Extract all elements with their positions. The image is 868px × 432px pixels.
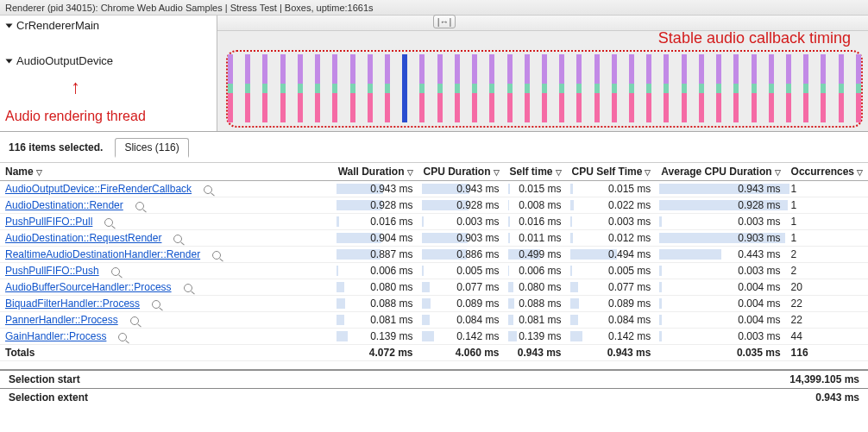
magnify-icon[interactable] [204,185,212,194]
callback-bar [594,54,600,122]
slice-link[interactable]: GainHandler::Process [5,330,106,342]
slice-link[interactable]: PannerHandler::Process [5,314,118,326]
selection-extent-label: Selection extent [9,391,815,404]
cell: 0.016 ms [333,214,418,230]
cell-occ: 1 [786,197,868,214]
callback-bar [507,54,513,122]
callback-bar [664,54,669,122]
table-row[interactable]: AudioOutputDevice::FireRenderCallback0.9… [0,181,868,197]
cell: 0.928 ms [656,197,785,214]
tab-slices[interactable]: Slices (116) [115,138,188,158]
col-wall[interactable]: Wall Duration▽ [333,163,418,181]
slices-table: Name▽ Wall Duration▽ CPU Duration▽ Self … [0,163,868,361]
magnify-icon[interactable] [118,333,127,341]
col-occ[interactable]: Occurrences▽ [786,163,868,181]
cell: 0.003 ms [418,214,505,230]
track-row-audio[interactable]: AudioOutputDevice [0,51,217,71]
cell: 0.003 ms [656,214,785,230]
slice-link[interactable]: BiquadFilterHandler::Process [5,297,140,310]
col-self[interactable]: Self time▽ [505,163,567,181]
callback-bar [752,54,757,122]
cell-name: PushPullFIFO::Push [0,263,333,279]
callback-bar [472,54,477,122]
table-row[interactable]: PannerHandler::Process0.081 ms0.084 ms0.… [0,312,868,329]
table-row[interactable]: AudioBufferSourceHandler::Process0.080 m… [0,279,868,296]
caret-icon [6,59,13,63]
footer-start: Selection start 14,399.105 ms [0,370,868,388]
cell: 0.088 ms [333,296,418,312]
cell: 0.904 ms [333,230,418,247]
magnify-icon[interactable] [212,251,221,260]
callback-annotation: Stable audio callback timing [658,29,851,47]
callback-bar [542,54,547,122]
cell: 0.081 ms [505,312,567,329]
cell-occ: 20 [786,279,868,296]
timeline-panel: CrRendererMain AudioOutputDevice ↑ Audio… [0,16,868,132]
table-row[interactable]: PushPullFIFO::Pull0.016 ms0.003 ms0.016 … [0,214,868,230]
magnify-icon[interactable] [111,267,120,276]
cell: 0.943 ms [656,181,785,197]
magnify-icon[interactable] [135,202,144,210]
slice-link[interactable]: AudioBufferSourceHandler::Process [5,281,172,293]
table-row[interactable]: GainHandler::Process0.139 ms0.142 ms0.13… [0,329,868,345]
cell: 0.088 ms [505,296,567,312]
cell: 0.077 ms [418,279,505,296]
magnify-icon[interactable] [130,316,139,325]
col-cpu[interactable]: CPU Duration▽ [418,163,505,181]
cell: 0.080 ms [505,279,567,296]
slice-link[interactable]: RealtimeAudioDestinationHandler::Render [5,248,200,260]
col-cpuself[interactable]: CPU Self Time▽ [567,163,657,181]
callback-bar [368,54,373,122]
cell-name: AudioBufferSourceHandler::Process [0,279,333,296]
table-row[interactable]: RealtimeAudioDestinationHandler::Render0… [0,247,868,263]
cell: 0.142 ms [418,329,505,345]
slice-link[interactable]: AudioOutputDevice::FireRenderCallback [5,183,192,195]
cell: 0.015 ms [567,181,657,197]
magnify-icon[interactable] [152,300,160,309]
cell: 0.928 ms [333,197,418,214]
slice-link[interactable]: AudioDestination::Render [5,199,123,211]
slice-link[interactable]: PushPullFIFO::Pull [5,216,92,228]
callback-bar [699,54,704,122]
callback-bar [437,54,443,122]
caret-icon [6,23,13,28]
cell: 0.005 ms [567,263,657,279]
callback-bar [489,54,494,122]
cell-occ: 22 [786,296,868,312]
cell: 0.077 ms [567,279,657,296]
callback-bar [803,54,808,122]
cell: 0.139 ms [505,329,567,345]
table-row[interactable]: AudioDestination::Render0.928 ms0.928 ms… [0,197,868,214]
timeline-marker-button[interactable]: |↔| [433,15,456,28]
cell: 0.499 ms [505,247,567,263]
magnify-icon[interactable] [173,235,182,243]
table-row[interactable]: AudioDestination::RequestRender0.904 ms0… [0,230,868,247]
slice-link[interactable]: PushPullFIFO::Push [5,265,99,277]
col-avg[interactable]: Average CPU Duration▽ [656,163,785,181]
cell: 0.084 ms [567,312,657,329]
cell-name: PushPullFIFO::Pull [0,214,333,230]
cell-occ: 2 [786,247,868,263]
process-header: Renderer (pid 34015): Chrome Web Audio S… [0,0,868,16]
table-row[interactable]: BiquadFilterHandler::Process0.088 ms0.08… [0,296,868,312]
cell: 0.008 ms [505,197,567,214]
col-name[interactable]: Name▽ [0,163,333,181]
cell: 0.886 ms [418,247,505,263]
cell: 0.084 ms [418,312,505,329]
cell: 0.006 ms [505,263,567,279]
callback-bar [298,54,303,122]
callback-bar [559,54,564,122]
table-header-row: Name▽ Wall Duration▽ CPU Duration▽ Self … [0,163,868,181]
magnify-icon[interactable] [104,218,113,227]
cell: 0.004 ms [656,296,785,312]
callback-bar [682,54,687,122]
slice-link[interactable]: AudioDestination::RequestRender [5,232,161,244]
magnify-icon[interactable] [184,284,192,292]
footer-extent: Selection extent 0.943 ms [0,388,868,406]
cell-name: AudioOutputDevice::FireRenderCallback [0,181,333,197]
callback-bar [350,54,355,122]
callback-bar [385,54,390,122]
table-row[interactable]: PushPullFIFO::Push0.006 ms0.005 ms0.006 … [0,263,868,279]
track-row-renderer[interactable]: CrRendererMain [0,16,217,35]
timeline-canvas[interactable]: |↔| Stable audio callback timing [217,16,868,131]
